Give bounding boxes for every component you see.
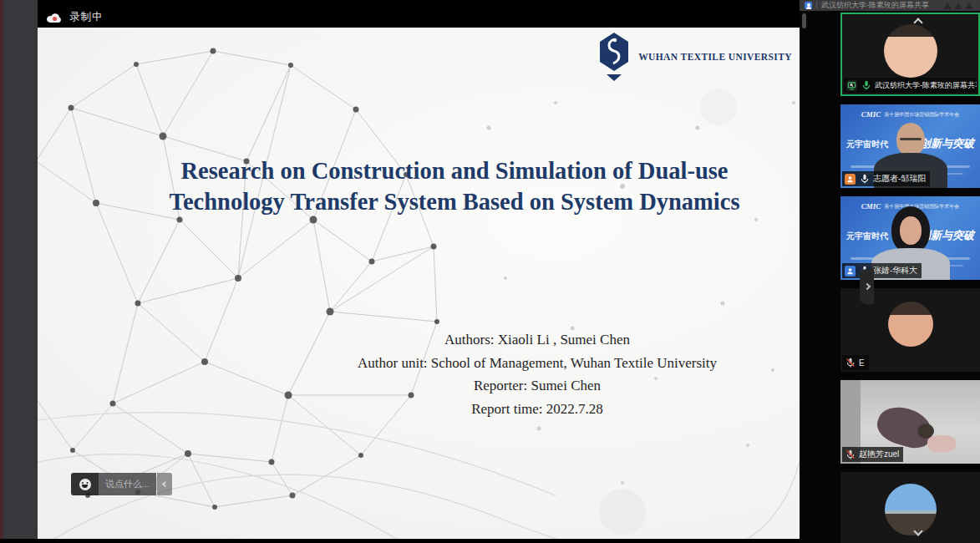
cloud-record-icon <box>46 12 63 23</box>
slide-title-line2: Technology Transfer System Based on Syst… <box>121 186 788 217</box>
university-logo: WUHAN TEXTILE UNIVERSITY <box>597 33 792 81</box>
slogan-right: 创新与突破 <box>920 136 974 151</box>
sidebar-collapse-tab[interactable] <box>860 269 874 304</box>
glasses <box>900 138 922 140</box>
report-time-line: Report time: 2022.7.28 <box>275 398 800 421</box>
app-window: WUHAN TEXTILE UNIVERSITY Research on Con… <box>0 0 980 543</box>
avatar <box>885 484 937 535</box>
participant-name: 武汉纺织大学-陈素玫的屏幕共享 <box>875 80 977 91</box>
conference-title: 第十届中国市场营销国际学术年会 <box>884 111 959 119</box>
mic-muted-icon <box>845 449 856 460</box>
participant-name: 张婧-华科大 <box>873 265 917 277</box>
screen-share-view: WUHAN TEXTILE UNIVERSITY Research on Con… <box>38 0 800 543</box>
smiley-icon <box>79 479 91 490</box>
participant-name: 志愿者-邹瑞阳 <box>873 173 926 185</box>
reporter-line: Reporter: Sumei Chen <box>275 374 800 398</box>
recording-indicator: 录制中 <box>46 10 104 24</box>
participant-name: E <box>859 358 865 368</box>
participant-thumbnail[interactable]: CMIC 第十届中国市场营销国际学术年会 元宇宙时代 创新与突破 <box>840 104 980 188</box>
chevron-left-icon <box>162 481 168 487</box>
slogan-left: 元宇宙时代 <box>846 139 888 150</box>
university-logo-icon <box>597 33 631 81</box>
slide-title: Research on Construction and Simulation … <box>121 155 788 217</box>
slogan-left: 元宇宙时代 <box>846 231 888 242</box>
university-logo-text: WUHAN TEXTILE UNIVERSITY <box>638 52 792 62</box>
share-status-text: 武汉纺织大学-陈素玫的屏幕共享 <box>821 0 939 11</box>
chat-input[interactable]: 说点什么... <box>99 473 156 495</box>
control-glyph <box>965 3 973 9</box>
person-badge-icon <box>845 266 856 277</box>
chat-input-bar: 说点什么... <box>71 473 172 495</box>
slide-author-block: Authors: Xiaoli Li , Sumei Chen Author u… <box>275 328 800 420</box>
participant-thumbnail[interactable]: 武汉纺织大学-陈素玫的屏幕共享 <box>840 13 980 96</box>
avatar <box>884 24 937 78</box>
emoji-button[interactable] <box>71 473 99 495</box>
chevron-down-icon <box>913 526 922 535</box>
mic-on-icon <box>859 174 870 185</box>
authors-line: Authors: Xiaoli Li , Sumei Chen <box>275 328 800 352</box>
participant-label: 张婧-华科大 <box>842 263 922 278</box>
author-unit-line: Author unit: School of Management, Wuhan… <box>275 352 800 375</box>
participant-label: 志愿者-邹瑞阳 <box>842 171 930 186</box>
mic-muted-icon <box>845 358 856 368</box>
conference-logo: CMIC <box>861 202 881 211</box>
participant-thumbnail[interactable]: CMIC 第十届中国市场营销国际学术年会 元宇宙时代 创新与突破 <box>840 196 980 280</box>
avatar <box>888 302 933 347</box>
control-glyph <box>943 3 952 9</box>
chevron-up-icon <box>913 18 922 27</box>
scroll-up-button[interactable] <box>915 14 922 29</box>
participant-label: 赵艳芳zuel <box>842 447 903 462</box>
recording-label: 录制中 <box>69 10 104 24</box>
sidebar-scrollbar[interactable] <box>802 13 806 28</box>
conference-title: 第十届中国市场营销国际学术年会 <box>884 203 959 211</box>
conference-logo: CMIC <box>861 110 881 119</box>
scroll-down-button[interactable] <box>915 523 922 538</box>
participants-sidebar: 武汉纺织大学-陈素玫的屏幕共享 <box>800 0 980 543</box>
participant-name: 赵艳芳zuel <box>859 449 899 460</box>
presenter-icon <box>805 2 812 9</box>
chevron-right-icon <box>863 283 870 290</box>
person-figure <box>900 216 922 245</box>
chat-placeholder: 说点什么... <box>105 478 150 490</box>
mic-on-icon <box>861 80 871 91</box>
share-bar-controls[interactable] <box>943 3 973 9</box>
participant-thumbnail[interactable] <box>840 472 980 543</box>
slide-title-line1: Research on Construction and Simulation … <box>121 155 788 186</box>
chat-collapse-button[interactable] <box>157 473 172 495</box>
left-edge-panel <box>3 0 38 539</box>
participant-label: 武汉纺织大学-陈素玫的屏幕共享 <box>844 78 977 93</box>
person-badge-icon <box>845 174 856 185</box>
share-status-bar: 武汉纺织大学-陈素玫的屏幕共享 <box>800 0 980 11</box>
screen-share-icon <box>846 80 857 91</box>
network-graphic <box>38 28 800 539</box>
presentation-slide: WUHAN TEXTILE UNIVERSITY Research on Con… <box>38 28 800 539</box>
share-bar-divider <box>816 2 817 9</box>
control-glyph <box>954 3 962 9</box>
participant-label: E <box>842 355 869 370</box>
participant-thumbnail[interactable]: 赵艳芳zuel <box>840 380 980 464</box>
